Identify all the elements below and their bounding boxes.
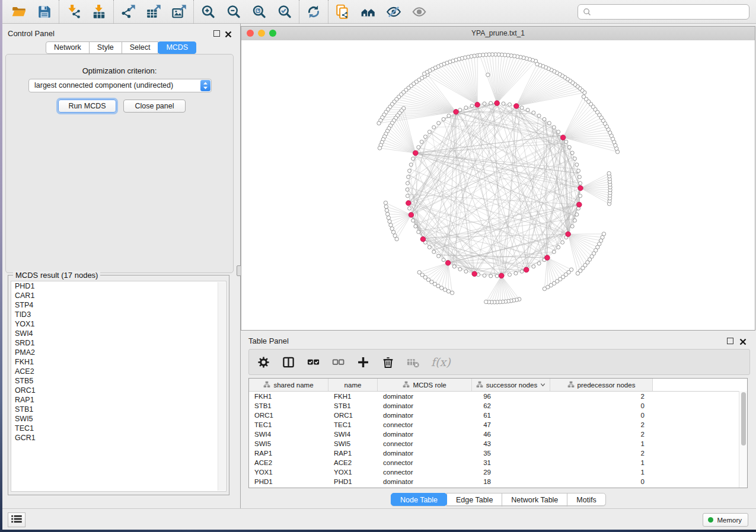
tab-style[interactable]: Style [89, 41, 122, 54]
show-node-preview-icon[interactable] [412, 4, 427, 20]
cell-successor-nodes: 31 [472, 458, 550, 467]
select-all-icon[interactable] [307, 355, 320, 369]
refresh-network-icon[interactable] [306, 4, 321, 20]
cell-predecessor-nodes: 0 [550, 401, 653, 411]
toolbar-group [59, 0, 113, 24]
close-table-panel-icon[interactable] [739, 337, 747, 344]
mcds-result-item[interactable]: RAP1 [11, 395, 226, 405]
network-canvas[interactable] [241, 40, 755, 330]
run-mcds-button[interactable]: Run MCDS [58, 100, 116, 113]
close-window-icon[interactable] [247, 30, 254, 37]
column-header-MCDS-role[interactable]: MCDS role [378, 379, 472, 391]
column-header-predecessor-nodes[interactable]: predecessor nodes [550, 379, 653, 391]
import-network-icon[interactable] [66, 4, 81, 20]
tab-network[interactable]: Network [46, 41, 90, 54]
mcds-result-item[interactable]: TEC1 [11, 424, 226, 433]
save-session-icon[interactable] [37, 4, 52, 20]
table-scrollbar-track[interactable] [739, 391, 747, 488]
zoom-fit-icon[interactable] [251, 4, 267, 20]
cell-MCDS-role: dominator [378, 477, 472, 486]
export-image-icon[interactable] [171, 4, 187, 20]
control-panel: Control Panel NetworkStyleSelectMCDS Opt… [2, 24, 238, 508]
mcds-result-item[interactable]: SWI5 [11, 414, 226, 424]
list-icon [11, 515, 22, 525]
cell-predecessor-nodes: 2 [550, 392, 653, 401]
table-row[interactable]: ACE2ACE2connector311 [249, 458, 747, 467]
mcds-result-item[interactable]: ACE2 [11, 367, 226, 376]
memory-button[interactable]: Memory [703, 513, 748, 527]
mcds-result-item[interactable]: TID3 [11, 310, 226, 319]
mcds-result-item[interactable]: STB1 [11, 405, 226, 414]
settings-gear-icon[interactable] [257, 355, 270, 369]
tab-edge-table[interactable]: Edge Table [446, 493, 502, 506]
table-row[interactable]: YOX1YOX1connector291 [249, 467, 747, 477]
table-row[interactable]: ORC1ORC1dominator610 [249, 411, 747, 420]
mcds-result-item[interactable]: YOX1 [11, 319, 226, 329]
cell-name: TEC1 [328, 420, 378, 430]
cell-predecessor-nodes: 1 [550, 467, 653, 477]
mcds-result-item[interactable]: SWI4 [11, 329, 226, 338]
mcds-result-item[interactable]: ORC1 [11, 386, 226, 395]
zoom-out-icon[interactable] [226, 4, 241, 20]
zoom-in-icon[interactable] [200, 4, 216, 20]
import-table-icon[interactable] [91, 4, 107, 20]
float-table-panel-icon[interactable] [727, 338, 733, 344]
table-row[interactable]: RAP1RAP1dominator352 [249, 448, 747, 458]
mcds-result-list[interactable]: PHD1CAR1STP4TID3YOX1SWI4SRD1PMA2FKH1ACE2… [11, 281, 227, 492]
mcds-result-item[interactable]: FKH1 [11, 357, 226, 367]
close-panel-icon[interactable] [225, 30, 232, 37]
clone-network-icon[interactable] [335, 4, 350, 20]
home-view-icon[interactable] [361, 4, 376, 20]
table-row[interactable]: SWI5SWI5connector431 [249, 439, 747, 448]
mcds-result-item[interactable]: SRD1 [11, 338, 226, 348]
mcds-result-item[interactable]: PMA2 [11, 348, 226, 357]
mcds-result-item[interactable]: PHD1 [11, 281, 226, 291]
list-scrollbar-track[interactable] [218, 282, 225, 491]
destroy-table-icon [406, 355, 420, 369]
zoom-window-icon[interactable] [269, 30, 276, 37]
table-row[interactable]: FKH1FKH1dominator962 [249, 392, 747, 401]
cell-MCDS-role: dominator [378, 430, 472, 439]
tab-mcds[interactable]: MCDS [158, 41, 196, 54]
close-panel-button[interactable]: Close panel [123, 100, 186, 113]
column-header-name[interactable]: name [328, 379, 378, 391]
mcds-result-item[interactable]: GCR1 [11, 433, 226, 443]
export-network-icon[interactable] [120, 4, 136, 20]
table-row[interactable]: STB1STB1dominator620 [249, 401, 747, 411]
export-table-icon[interactable] [146, 4, 161, 20]
deselect-all-icon[interactable] [331, 355, 345, 369]
hide-graphics-details-icon[interactable] [386, 4, 401, 20]
column-layout-icon[interactable] [282, 355, 295, 369]
column-header-shared-name[interactable]: shared name [249, 379, 328, 391]
cell-shared-name: PHD1 [249, 477, 328, 486]
minimize-window-icon[interactable] [258, 30, 265, 37]
tab-node-table[interactable]: Node Table [391, 493, 447, 506]
tab-network-table[interactable]: Network Table [502, 493, 567, 506]
cell-successor-nodes: 61 [472, 411, 550, 420]
task-history-button[interactable] [8, 512, 25, 527]
desktop-wallpaper-left [0, 0, 2, 532]
table-row[interactable]: TEC1TEC1connector472 [249, 420, 747, 430]
cell-MCDS-role: dominator [378, 401, 472, 411]
optimization-criterion-label: Optimization criterion: [6, 66, 233, 75]
table-scrollbar-thumb[interactable] [741, 392, 746, 446]
cell-name: FKH1 [328, 392, 378, 401]
float-panel-icon[interactable] [213, 30, 220, 37]
mcds-result-item[interactable]: STP4 [11, 300, 226, 310]
table-panel-title: Table Panel [248, 336, 289, 345]
column-header-successor-nodes[interactable]: successor nodes [472, 379, 550, 391]
mcds-result-item[interactable]: STB5 [11, 376, 226, 386]
table-row[interactable]: PHD1PHD1dominator180 [249, 477, 747, 486]
tab-select[interactable]: Select [122, 41, 159, 54]
search-input[interactable] [595, 7, 745, 17]
tab-motifs[interactable]: Motifs [567, 493, 605, 506]
open-file-icon[interactable] [11, 4, 27, 20]
table-row[interactable]: SWI4SWI4dominator462 [249, 430, 747, 439]
delete-row-icon[interactable] [381, 355, 395, 369]
status-bar: Memory [2, 508, 756, 530]
zoom-selected-icon[interactable] [277, 4, 292, 20]
add-row-icon[interactable] [356, 355, 370, 369]
criterion-dropdown[interactable]: largest connected component (undirected) [28, 79, 212, 92]
cell-predecessor-nodes: 2 [550, 448, 653, 458]
mcds-result-item[interactable]: CAR1 [11, 291, 226, 300]
